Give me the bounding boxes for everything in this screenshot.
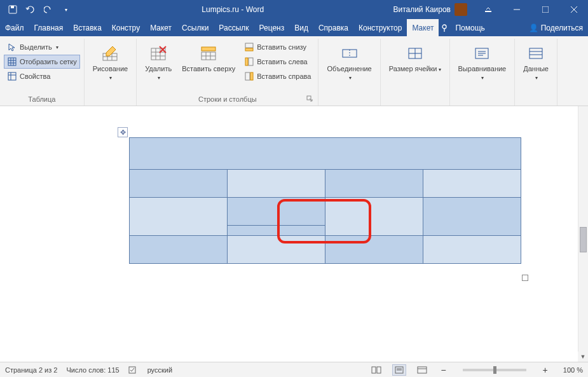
scroll-down-icon[interactable]: ▼ — [578, 352, 588, 362]
language-indicator[interactable]: русский — [147, 366, 172, 374]
insert-above-icon — [198, 43, 219, 64]
properties-button[interactable]: Свойства — [4, 69, 80, 83]
delete-button[interactable]: Удалить▾ — [140, 40, 176, 85]
view-gridlines-button[interactable]: Отобразить сетку — [4, 55, 80, 69]
table-cell[interactable] — [228, 236, 325, 264]
word-count[interactable]: Число слов: 115 — [66, 366, 119, 374]
table-resize-handle[interactable] — [522, 275, 528, 281]
delete-table-icon — [148, 43, 168, 64]
cell-size-button[interactable]: Размер ячейки▾ — [385, 40, 446, 77]
svg-rect-34 — [245, 48, 253, 51]
tab-table-layout[interactable]: Макет — [407, 19, 439, 36]
ribbon: Выделить▾ Отобразить сетку Свойства Табл… — [0, 36, 588, 106]
svg-rect-33 — [245, 43, 253, 48]
svg-rect-32 — [202, 47, 215, 51]
ribbon-group-merge: Объединение▾ — [318, 39, 380, 106]
close-button[interactable] — [559, 0, 588, 19]
tab-design[interactable]: Констру — [107, 19, 145, 36]
tab-mailings[interactable]: Рассылк — [214, 19, 254, 36]
user-account[interactable]: Виталий Каиров — [386, 3, 474, 16]
tab-layout[interactable]: Макет — [145, 19, 177, 36]
svg-rect-38 — [250, 72, 253, 80]
word-table[interactable] — [129, 137, 521, 264]
share-icon: 👤 — [529, 24, 538, 32]
svg-point-7 — [442, 25, 446, 29]
zoom-out-button[interactable]: − — [438, 365, 448, 375]
zoom-slider-thumb[interactable] — [493, 366, 496, 374]
table-cell[interactable] — [423, 170, 521, 198]
svg-rect-14 — [8, 72, 16, 80]
undo-button[interactable] — [23, 2, 38, 17]
document-area: ✥ ▼ — [0, 106, 588, 362]
pencil-icon — [100, 43, 120, 64]
alignment-button[interactable]: Выравнивание▾ — [454, 40, 511, 85]
zoom-slider[interactable] — [463, 369, 526, 371]
table-cell[interactable] — [130, 170, 228, 198]
data-button[interactable]: Данные▾ — [519, 40, 553, 85]
select-button[interactable]: Выделить▾ — [4, 40, 80, 54]
tab-insert[interactable]: Вставка — [68, 19, 107, 36]
user-name: Виталий Каиров — [393, 5, 451, 14]
gridlines-icon — [7, 57, 17, 67]
table-cell[interactable] — [325, 198, 423, 236]
table-cell[interactable] — [423, 236, 521, 264]
ribbon-group-table: Выделить▾ Отобразить сетку Свойства Табл… — [0, 39, 85, 106]
table-cell[interactable] — [325, 236, 423, 264]
group-label-rows-cols: Строки и столбцы — [140, 94, 314, 106]
status-bar: Страница 2 из 2 Число слов: 115 русский … — [0, 362, 588, 377]
print-layout-button[interactable] — [392, 364, 406, 376]
table-cell[interactable] — [130, 138, 521, 170]
table-move-handle[interactable]: ✥ — [118, 127, 128, 137]
insert-right-icon — [244, 71, 254, 81]
vertical-scrollbar[interactable] — [578, 106, 588, 352]
table-cell[interactable] — [325, 170, 423, 198]
tab-help[interactable]: Справка — [313, 19, 353, 36]
tab-table-design[interactable]: Конструктор — [353, 19, 407, 36]
data-icon — [526, 43, 546, 64]
table-cell[interactable] — [130, 198, 228, 236]
tab-view[interactable]: Вид — [289, 19, 313, 36]
quick-access-toolbar: ▾ — [0, 2, 79, 17]
svg-rect-4 — [542, 6, 549, 13]
svg-rect-53 — [372, 367, 376, 373]
insert-below-button[interactable]: Вставить снизу — [241, 40, 314, 54]
read-mode-button[interactable] — [369, 364, 383, 376]
insert-above-button[interactable]: Вставить сверху — [177, 40, 240, 76]
insert-right-button[interactable]: Вставить справа — [241, 69, 314, 83]
share-button[interactable]: 👤Поделиться — [524, 19, 588, 36]
cursor-icon — [7, 42, 17, 52]
svg-rect-9 — [8, 58, 16, 65]
ribbon-tabs: Файл Главная Вставка Констру Макет Ссылк… — [0, 19, 588, 36]
ribbon-group-data: Данные▾ — [515, 39, 557, 106]
dialog-launcher-icon[interactable] — [306, 95, 314, 103]
insert-left-button[interactable]: Вставить слева — [241, 55, 314, 69]
insert-left-icon — [244, 57, 254, 67]
tab-review[interactable]: Реценз — [254, 19, 290, 36]
draw-table-button[interactable]: Рисование▾ — [88, 40, 132, 85]
ribbon-options-button[interactable] — [474, 0, 502, 19]
spellcheck-icon[interactable] — [128, 366, 139, 374]
table-cell[interactable] — [228, 198, 325, 236]
tab-references[interactable]: Ссылки — [177, 19, 214, 36]
table-cell[interactable] — [130, 236, 228, 264]
save-button[interactable] — [5, 2, 20, 17]
qat-customize-button[interactable]: ▾ — [58, 2, 74, 17]
maximize-button[interactable] — [531, 0, 559, 19]
page-indicator[interactable]: Страница 2 из 2 — [5, 366, 57, 374]
zoom-in-button[interactable]: + — [540, 365, 550, 375]
redo-button[interactable] — [41, 2, 56, 17]
web-layout-button[interactable] — [415, 364, 429, 376]
ribbon-group-draw: Рисование▾ — [85, 39, 137, 106]
cell-size-icon — [405, 43, 425, 64]
minimize-button[interactable] — [502, 0, 531, 19]
svg-rect-37 — [245, 72, 250, 80]
scrollbar-thumb[interactable] — [580, 227, 587, 252]
tell-me-button[interactable]: Помощь — [450, 19, 489, 36]
table-cell[interactable] — [228, 170, 325, 198]
title-bar: ▾ Lumpics.ru - Word Виталий Каиров — [0, 0, 588, 19]
zoom-level[interactable]: 100 % — [563, 366, 583, 374]
tab-file[interactable]: Файл — [0, 19, 29, 36]
merge-button[interactable]: Объединение▾ — [322, 40, 376, 85]
table-cell[interactable] — [423, 198, 521, 236]
tab-home[interactable]: Главная — [29, 19, 69, 36]
